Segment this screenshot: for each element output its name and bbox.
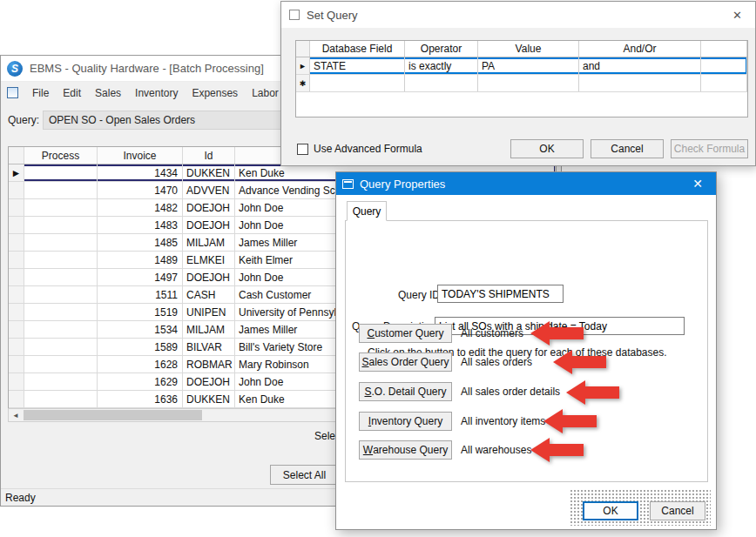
cell-id: DOEJOH <box>183 269 235 285</box>
cell-id: DUKKEN <box>183 391 235 407</box>
cell-invoice: 1534 <box>98 321 183 338</box>
cell-invoice: 1434 <box>98 164 183 181</box>
close-icon[interactable]: ✕ <box>685 177 710 191</box>
sales-order-query-button[interactable]: Sales Order Query <box>359 352 452 372</box>
set-query-titlebar: Set Query ✕ <box>281 2 755 28</box>
cell-process[interactable] <box>24 269 98 285</box>
cell-invoice: 1636 <box>98 391 183 407</box>
customer-query-button[interactable]: Customer Query <box>359 324 452 343</box>
red-arrow-icon <box>566 380 620 405</box>
customer-query-description: All customers <box>461 327 523 339</box>
cell-invoice: 1629 <box>98 373 183 390</box>
col-value[interactable]: Value <box>478 41 579 57</box>
header-marker-cell <box>296 41 310 57</box>
cell-id: DUKKEN <box>183 164 235 181</box>
warehouse-query-button[interactable]: Warehouse Query <box>359 440 452 460</box>
col-operator[interactable]: Operator <box>405 41 478 57</box>
operator-cell[interactable]: is exactly <box>405 57 478 74</box>
warehouse-query-description: All warehouses <box>461 444 531 456</box>
cell-process[interactable] <box>24 304 98 320</box>
query-tab-content: Query ID: TODAY'S SHIPMENTS Query Descri… <box>345 220 708 482</box>
scroll-left-icon[interactable]: ◄ <box>9 409 23 421</box>
cell-process[interactable] <box>24 373 98 390</box>
menu-file[interactable]: File <box>25 84 56 102</box>
menu-inventory[interactable]: Inventory <box>128 84 185 102</box>
col-id[interactable]: Id <box>183 147 235 164</box>
cell-process[interactable] <box>24 164 98 181</box>
andor-cell[interactable] <box>579 75 701 91</box>
query-id-field[interactable]: TODAY'S SHIPMENTS <box>437 285 564 303</box>
main-window-title: EBMS - Quality Hardware - [Batch Process… <box>30 62 264 75</box>
cell-process[interactable] <box>24 199 98 216</box>
inventory-query-button[interactable]: Inventory Query <box>359 412 452 431</box>
cell-process[interactable] <box>24 252 98 268</box>
field-cell[interactable] <box>310 75 405 91</box>
ok-button[interactable]: OK <box>510 139 584 158</box>
cell-process[interactable] <box>24 321 98 338</box>
checkbox-label: Use Advanced Formula <box>314 143 422 155</box>
form-icon <box>342 179 354 189</box>
cell-id: DOEJOH <box>183 217 235 233</box>
cell-id: MILJAM <box>183 234 235 251</box>
menu-expenses[interactable]: Expenses <box>185 84 245 102</box>
scrollbar-thumb[interactable] <box>24 410 202 420</box>
so-detail-query-button[interactable]: S.O. Detail Query <box>359 382 452 401</box>
operator-cell[interactable] <box>405 75 478 91</box>
menu-sales[interactable]: Sales <box>88 84 128 102</box>
cell-invoice: 1483 <box>98 217 183 233</box>
select-all-button[interactable]: Select All <box>270 465 339 485</box>
value-cell[interactable]: PA <box>478 57 579 74</box>
checkbox-icon[interactable] <box>297 144 308 155</box>
close-icon[interactable]: ✕ <box>727 7 747 23</box>
dialog-icon <box>289 10 300 20</box>
cell-process[interactable] <box>24 339 98 355</box>
field-cell[interactable]: STATE <box>310 57 405 74</box>
query-condition-grid: Database Field Operator Value And/Or ► S… <box>295 40 748 117</box>
cell-process[interactable] <box>24 182 98 198</box>
cell-process[interactable] <box>24 391 98 407</box>
check-formula-button: Check Formula <box>671 139 748 158</box>
cell-invoice: 1470 <box>98 182 183 198</box>
new-condition-row[interactable]: ✱ <box>296 75 747 92</box>
col-process[interactable]: Process <box>24 147 98 164</box>
andor-cell[interactable]: and <box>579 57 701 74</box>
header-marker-cell <box>9 147 24 164</box>
cell-invoice: 1489 <box>98 252 183 268</box>
condition-row[interactable]: ► STATE is exactly PA and <box>296 57 747 75</box>
ebms-logo-icon: S <box>7 61 23 77</box>
cell-id: DOEJOH <box>183 373 235 390</box>
cell-invoice: 1497 <box>98 269 183 285</box>
cell-process[interactable] <box>24 234 98 251</box>
menu-edit[interactable]: Edit <box>56 84 88 102</box>
query-properties-titlebar: Query Properties ✕ <box>336 172 716 195</box>
ok-button[interactable]: OK <box>583 501 638 520</box>
document-icon <box>7 87 18 98</box>
tab-query[interactable]: Query <box>347 201 387 221</box>
set-query-title: Set Query <box>307 9 358 22</box>
cancel-button[interactable]: Cancel <box>591 139 664 158</box>
red-arrow-icon <box>530 438 584 462</box>
red-arrow-icon <box>530 321 584 346</box>
cell-invoice: 1485 <box>98 234 183 251</box>
menu-labor[interactable]: Labor <box>245 84 286 102</box>
cell-invoice: 1482 <box>98 199 183 216</box>
inventory-query-description: All inventory items <box>461 415 545 427</box>
cell-invoice: 1511 <box>98 286 183 303</box>
set-query-dialog: Set Query ✕ Database Field Operator Valu… <box>280 1 756 166</box>
cell-invoice: 1519 <box>98 304 183 320</box>
cell-id: UNIPEN <box>183 304 235 320</box>
cell-process[interactable] <box>24 217 98 233</box>
col-invoice[interactable]: Invoice <box>98 147 183 164</box>
query-properties-dialog: Query Properties ✕ Query Query ID: TODAY… <box>335 171 717 530</box>
cell-id: MILJAM <box>183 321 235 338</box>
use-advanced-formula-checkbox[interactable]: Use Advanced Formula <box>297 143 422 155</box>
col-filler <box>701 41 747 57</box>
value-cell[interactable] <box>478 75 579 91</box>
col-andor[interactable]: And/Or <box>579 41 701 57</box>
cancel-button[interactable]: Cancel <box>650 501 705 520</box>
col-database-field[interactable]: Database Field <box>310 41 405 57</box>
red-arrow-icon <box>543 409 597 433</box>
status-text: Ready <box>5 492 36 504</box>
cell-process[interactable] <box>24 286 98 303</box>
cell-process[interactable] <box>24 356 98 373</box>
